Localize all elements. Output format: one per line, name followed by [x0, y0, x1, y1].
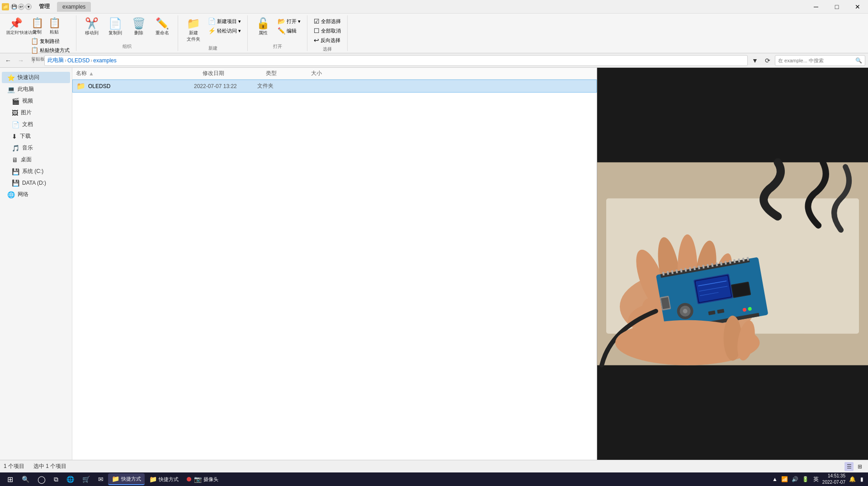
- col-size[interactable]: 大小: [311, 70, 347, 77]
- col-type[interactable]: 类型: [266, 70, 311, 77]
- sidebar-item-downloads[interactable]: ⬇ 下载: [2, 131, 70, 142]
- new-folder-icon: 📁: [187, 18, 200, 29]
- desktop-icon: 🖥: [12, 156, 18, 164]
- title-bar: 📁 💾 ↩ ▾ 管理 examples ─ □ ✕: [0, 0, 868, 14]
- notification-icon[interactable]: 🔔: [848, 475, 857, 483]
- sidebar-item-drive-d[interactable]: 💾 DATA (D:): [2, 178, 70, 188]
- sidebar-label-drive-c: 系统 (C:): [22, 168, 43, 175]
- copy-to-button[interactable]: 📄 复制到: [104, 17, 126, 37]
- ribbon-group-organize: ✂️ 移动到 📄 复制到 🗑️ 删除 ✏️ 重命名 组织: [76, 15, 178, 51]
- invert-selection-button[interactable]: ↩ 反向选择: [312, 36, 343, 44]
- refresh-button[interactable]: ⟳: [762, 55, 773, 66]
- rename-icon: ✏️: [156, 18, 169, 29]
- sidebar-item-drive-c[interactable]: 💾 系统 (C:): [2, 166, 70, 177]
- quickaccess-icon: ⭐: [7, 74, 15, 81]
- save-btn[interactable]: 💾: [11, 4, 17, 10]
- pin-quick-access-button[interactable]: 📌 固定到"快速访问": [5, 17, 27, 37]
- new-folder-button[interactable]: 📁 新建文件夹: [183, 17, 204, 43]
- search-box[interactable]: 🔍: [775, 55, 865, 66]
- select-all-button[interactable]: ☑ 全部选择: [312, 17, 343, 25]
- sidebar-item-video[interactable]: 🎬 视频: [2, 95, 70, 107]
- breadcrumb-pc[interactable]: 此电脑: [47, 56, 64, 64]
- navigation-bar: ← → ↑ 此电脑 › OLEDSD › examples ▼ ⟳ 🔍: [0, 53, 868, 68]
- taskbar-store[interactable]: 🛒: [79, 473, 94, 485]
- network-tray-icon[interactable]: 📶: [780, 475, 789, 483]
- sidebar-label-network: 网络: [18, 191, 28, 198]
- ribbon-group-clipboard: 📌 固定到"快速访问" 📋 复制 📋 粘贴 📋: [0, 15, 76, 51]
- taskbar-examples[interactable]: 📁 快捷方式: [108, 473, 145, 485]
- minimize-button[interactable]: ─: [806, 0, 826, 14]
- mail-icon: ✉: [98, 476, 104, 483]
- undo-btn[interactable]: ↩: [18, 4, 24, 10]
- back-button[interactable]: ←: [3, 55, 14, 66]
- sidebar-item-network[interactable]: 🌐 网络: [2, 189, 70, 200]
- taskview-icon: ⧉: [54, 476, 58, 483]
- tab-examples[interactable]: examples: [57, 2, 91, 12]
- paste-button[interactable]: 📋 粘贴: [46, 17, 62, 36]
- sidebar-item-desktop[interactable]: 🖥 桌面: [2, 154, 70, 165]
- select-buttons: ☑ 全部选择 ☐ 全部取消 ↩ 反向选择: [311, 15, 344, 46]
- more-btn[interactable]: ▾: [25, 4, 32, 10]
- close-button[interactable]: ✕: [847, 0, 868, 14]
- volume-tray-icon[interactable]: 🔊: [791, 475, 799, 483]
- quickaccess-folder-icon: 📁: [149, 476, 157, 483]
- details-view-button[interactable]: ☰: [844, 462, 854, 471]
- clock[interactable]: 14:51:35 2022-07-07: [822, 473, 845, 486]
- ime-icon[interactable]: 英: [812, 475, 820, 484]
- taskbar-edge[interactable]: 🌐: [63, 473, 78, 485]
- invert-icon: ↩: [314, 37, 319, 44]
- open-button[interactable]: 📂 打开 ▾: [276, 17, 302, 25]
- forward-button[interactable]: →: [15, 55, 26, 66]
- sidebar-item-quickaccess[interactable]: ⭐ 快速访问: [2, 72, 70, 83]
- large-icons-view-button[interactable]: ⊞: [855, 462, 864, 471]
- file-name-text: OLEDSD: [88, 83, 110, 89]
- copy-path-button[interactable]: 📋 复制路径: [29, 37, 71, 45]
- delete-button[interactable]: 🗑️ 删除: [128, 17, 150, 37]
- paste-shortcut-button[interactable]: 📋 粘贴快捷方式: [29, 46, 71, 54]
- sidebar-item-documents[interactable]: 📄 文档: [2, 119, 70, 130]
- sidebar-item-pictures[interactable]: 🖼 图片: [2, 107, 70, 118]
- up-button[interactable]: ↑: [28, 55, 39, 66]
- breadcrumb-oledsd[interactable]: OLEDSD: [67, 57, 90, 64]
- deselect-all-button[interactable]: ☐ 全部取消: [312, 27, 343, 35]
- status-bar: 1 个项目 选中 1 个项目 ☰ ⊞: [0, 460, 868, 472]
- taskbar-camera[interactable]: 📷 摄像头: [183, 473, 222, 485]
- col-name[interactable]: 名称 ▲: [76, 70, 203, 77]
- taskbar-search[interactable]: 🔍: [18, 473, 33, 485]
- new-label: 新建: [208, 45, 217, 53]
- sidebar-item-music[interactable]: 🎵 音乐: [2, 142, 70, 154]
- rename-button[interactable]: ✏️ 重命名: [151, 17, 173, 37]
- show-desktop-button[interactable]: ▮: [859, 475, 864, 483]
- move-to-button[interactable]: ✂️ 移动到: [81, 17, 103, 37]
- taskbar-mail[interactable]: ✉: [94, 473, 107, 485]
- folder-icon: 📁: [76, 82, 85, 90]
- properties-button[interactable]: 🔓 属性: [252, 17, 274, 37]
- copy-button[interactable]: 📋 复制: [29, 17, 45, 36]
- breadcrumb-examples[interactable]: examples: [93, 57, 116, 64]
- selected-count: 选中 1 个项目: [33, 463, 66, 470]
- battery-tray-icon[interactable]: 🔋: [801, 475, 810, 483]
- properties-icon: 🔓: [256, 18, 270, 29]
- breadcrumb[interactable]: 此电脑 › OLEDSD › examples: [44, 55, 748, 66]
- organize-label: 组织: [123, 43, 132, 51]
- easy-access-button[interactable]: ⚡ 轻松访问 ▾: [206, 27, 243, 35]
- edit-button[interactable]: ✏️ 编辑: [276, 27, 302, 35]
- start-button[interactable]: ⊞: [2, 473, 18, 486]
- edge-icon: 🌐: [66, 476, 74, 483]
- open-icon: 📂: [278, 18, 285, 25]
- search-input[interactable]: [778, 58, 854, 63]
- new-item-button[interactable]: 📄 新建项目 ▾: [206, 17, 243, 25]
- table-row[interactable]: 📁 OLEDSD 2022-07-07 13:22 文件夹: [72, 79, 597, 93]
- taskbar-cortana[interactable]: ◯: [34, 473, 49, 485]
- sidebar-item-pc[interactable]: 💻 此电脑: [2, 84, 70, 95]
- tray-expand-icon[interactable]: ▲: [771, 475, 778, 483]
- edit-icon: ✏️: [278, 27, 285, 34]
- tab-manage[interactable]: 管理: [33, 1, 55, 12]
- search-taskbar-icon: 🔍: [22, 476, 29, 483]
- col-date[interactable]: 修改日期: [203, 70, 266, 77]
- dropdown-button[interactable]: ▼: [750, 55, 760, 66]
- maximize-button[interactable]: □: [826, 0, 847, 14]
- taskbar-quickaccess[interactable]: 📁 快捷方式: [146, 473, 182, 485]
- file-area: 名称 ▲ 修改日期 类型 大小 📁 OLEDSD 2022-07-07 13:2…: [72, 68, 597, 460]
- taskbar-taskview[interactable]: ⧉: [50, 473, 62, 485]
